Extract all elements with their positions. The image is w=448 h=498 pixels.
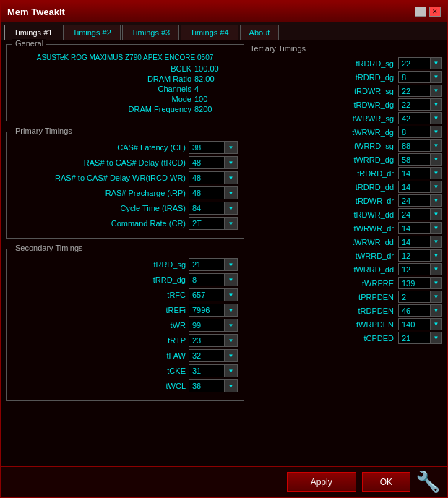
title-bar: Mem TweakIt — ✕ xyxy=(1,1,447,22)
tertiary-dropdown-18[interactable]: ▼ xyxy=(431,304,442,317)
tertiary-input-11[interactable] xyxy=(398,208,431,220)
tertiary-input-17[interactable] xyxy=(398,291,431,303)
primary-dropdown-2[interactable]: ▼ xyxy=(225,171,238,184)
mode-label: Mode xyxy=(112,95,191,103)
tertiary-input-1[interactable] xyxy=(398,71,431,83)
primary-dropdown-4[interactable]: ▼ xyxy=(225,202,238,215)
primary-input-3[interactable] xyxy=(189,186,225,199)
secondary-dropdown-3[interactable]: ▼ xyxy=(225,304,238,317)
tertiary-input-2[interactable] xyxy=(398,85,431,97)
secondary-input-4[interactable] xyxy=(189,319,225,332)
primary-input-0[interactable] xyxy=(189,141,225,154)
primary-dropdown-0[interactable]: ▼ xyxy=(225,141,238,154)
tertiary-input-10[interactable] xyxy=(398,194,431,207)
tertiary-input-13[interactable] xyxy=(398,236,431,248)
secondary-value-0: ▼ xyxy=(189,258,238,271)
tertiary-input-20[interactable] xyxy=(398,332,431,344)
ok-button[interactable]: OK xyxy=(362,472,410,492)
tertiary-dropdown-2[interactable]: ▼ xyxy=(431,85,442,97)
tertiary-row-20: tCPDED ▼ xyxy=(250,332,442,344)
tertiary-dropdown-16[interactable]: ▼ xyxy=(431,277,442,289)
secondary-input-8[interactable] xyxy=(189,379,225,392)
secondary-dropdown-4[interactable]: ▼ xyxy=(225,319,238,332)
tertiary-dropdown-7[interactable]: ▼ xyxy=(431,153,442,166)
tertiary-dropdown-1[interactable]: ▼ xyxy=(431,71,442,83)
tertiary-dropdown-13[interactable]: ▼ xyxy=(431,236,442,248)
tertiary-input-9[interactable] xyxy=(398,181,431,193)
secondary-input-2[interactable] xyxy=(189,288,225,301)
tertiary-value-0: ▼ xyxy=(398,57,442,69)
tertiary-input-19[interactable] xyxy=(398,318,431,330)
general-group: General ASUSTeK ROG MAXIMUS Z790 APEX EN… xyxy=(6,44,244,121)
tertiary-dropdown-5[interactable]: ▼ xyxy=(431,126,442,138)
tertiary-label-4: tWRWR_sg xyxy=(250,114,398,123)
tab-timings1[interactable]: Timings #1 xyxy=(4,25,61,40)
secondary-dropdown-1[interactable]: ▼ xyxy=(225,273,238,286)
secondary-dropdown-8[interactable]: ▼ xyxy=(225,379,238,392)
primary-input-2[interactable] xyxy=(189,171,225,184)
tertiary-dropdown-3[interactable]: ▼ xyxy=(431,98,442,111)
tertiary-input-8[interactable] xyxy=(398,167,431,179)
tab-timings3[interactable]: Timings #3 xyxy=(122,25,179,40)
tertiary-dropdown-15[interactable]: ▼ xyxy=(431,263,442,275)
close-button[interactable]: ✕ xyxy=(429,7,441,17)
tab-timings4[interactable]: Timings #4 xyxy=(181,25,238,40)
tertiary-value-10: ▼ xyxy=(398,194,442,207)
secondary-dropdown-7[interactable]: ▼ xyxy=(225,364,238,377)
tertiary-input-4[interactable] xyxy=(398,112,431,124)
tertiary-value-14: ▼ xyxy=(398,249,442,262)
tertiary-dropdown-6[interactable]: ▼ xyxy=(431,139,442,152)
tertiary-label-13: tWRWR_dd xyxy=(250,238,398,246)
primary-input-5[interactable] xyxy=(189,217,225,230)
tertiary-input-5[interactable] xyxy=(398,126,431,138)
secondary-dropdown-0[interactable]: ▼ xyxy=(225,258,238,271)
tertiary-dropdown-9[interactable]: ▼ xyxy=(431,181,442,193)
primary-group: Primary Timings CAS# Latency (CL) ▼ RAS#… xyxy=(6,132,244,239)
tertiary-input-18[interactable] xyxy=(398,304,431,317)
secondary-input-0[interactable] xyxy=(189,258,225,271)
primary-dropdown-5[interactable]: ▼ xyxy=(225,217,238,230)
apply-button[interactable]: Apply xyxy=(287,472,356,492)
secondary-input-1[interactable] xyxy=(189,273,225,286)
tertiary-value-9: ▼ xyxy=(398,181,442,193)
secondary-input-7[interactable] xyxy=(189,364,225,377)
tertiary-input-16[interactable] xyxy=(398,277,431,289)
tertiary-input-3[interactable] xyxy=(398,98,431,111)
secondary-input-3[interactable] xyxy=(189,304,225,317)
tertiary-dropdown-8[interactable]: ▼ xyxy=(431,167,442,179)
tertiary-input-15[interactable] xyxy=(398,263,431,275)
tertiary-value-4: ▼ xyxy=(398,112,442,124)
tertiary-input-0[interactable] xyxy=(398,57,431,69)
primary-dropdown-1[interactable]: ▼ xyxy=(225,156,238,169)
secondary-input-6[interactable] xyxy=(189,349,225,362)
tertiary-input-14[interactable] xyxy=(398,249,431,262)
tertiary-dropdown-12[interactable]: ▼ xyxy=(431,222,442,234)
tertiary-dropdown-19[interactable]: ▼ xyxy=(431,318,442,330)
secondary-dropdown-5[interactable]: ▼ xyxy=(225,334,238,347)
primary-input-4[interactable] xyxy=(189,202,225,215)
secondary-row-8: tWCL ▼ xyxy=(12,379,238,392)
minimize-button[interactable]: — xyxy=(415,7,426,17)
secondary-dropdown-6[interactable]: ▼ xyxy=(225,349,238,362)
primary-title: Primary Timings xyxy=(12,126,75,135)
tertiary-dropdown-11[interactable]: ▼ xyxy=(431,208,442,220)
tertiary-dropdown-0[interactable]: ▼ xyxy=(431,57,442,69)
tab-timings2[interactable]: Timings #2 xyxy=(63,25,120,40)
tertiary-dropdown-20[interactable]: ▼ xyxy=(431,332,442,344)
tab-about[interactable]: About xyxy=(240,25,280,40)
secondary-group: Secondary Timings tRRD_sg ▼ tRRD_dg ▼ tR… xyxy=(6,249,244,401)
secondary-input-5[interactable] xyxy=(189,334,225,347)
primary-input-1[interactable] xyxy=(189,156,225,169)
primary-value-2: ▼ xyxy=(189,171,238,184)
tertiary-dropdown-4[interactable]: ▼ xyxy=(431,112,442,124)
secondary-dropdown-2[interactable]: ▼ xyxy=(225,288,238,301)
tertiary-input-7[interactable] xyxy=(398,153,431,166)
tertiary-input-12[interactable] xyxy=(398,222,431,234)
tertiary-input-6[interactable] xyxy=(398,139,431,152)
tertiary-dropdown-14[interactable]: ▼ xyxy=(431,249,442,262)
tertiary-dropdown-10[interactable]: ▼ xyxy=(431,194,442,207)
tertiary-dropdown-17[interactable]: ▼ xyxy=(431,291,442,303)
secondary-row-3: tREFi ▼ xyxy=(12,304,238,317)
primary-dropdown-3[interactable]: ▼ xyxy=(225,186,238,199)
tertiary-value-3: ▼ xyxy=(398,98,442,111)
